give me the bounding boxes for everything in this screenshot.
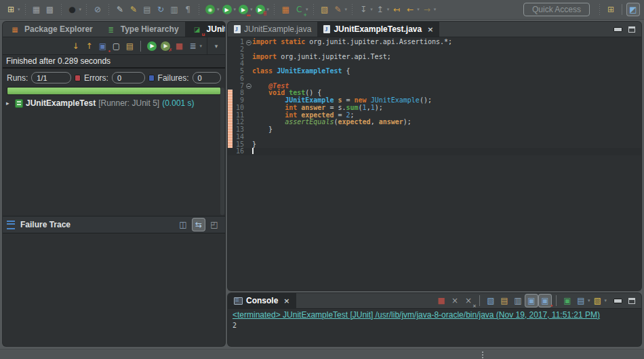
test-run-history-icon-dropdown[interactable]: ▾ xyxy=(199,43,202,49)
tab-package-explorer[interactable]: ▦ Package Explorer xyxy=(3,22,99,37)
toolbar-separator xyxy=(556,295,557,306)
console-output-area[interactable]: <terminated> JUnitExampleTest [JUnit] /u… xyxy=(228,309,641,346)
last-edit-location-icon[interactable]: ↤ xyxy=(390,3,403,16)
quick-access-button[interactable]: Quick Access xyxy=(523,3,590,16)
word-wrap-icon[interactable]: ▤ xyxy=(141,3,153,16)
failure-trace-body[interactable] xyxy=(3,233,225,346)
show-trace-in-console-icon[interactable]: ⇆ xyxy=(193,219,205,231)
annotate-icon[interactable]: ✎ xyxy=(332,3,344,16)
new-console-view-icon[interactable]: ▧ xyxy=(591,295,603,307)
forward-icon[interactable]: → xyxy=(421,3,433,16)
launch-wand-icon[interactable]: ✎ xyxy=(114,3,126,16)
scrollbar[interactable] xyxy=(220,88,224,215)
drag-handle-icon[interactable] xyxy=(482,352,483,358)
previous-annotation-icon[interactable]: ↥ xyxy=(374,3,386,16)
code-line-12[interactable]: 12 assertEquals(expected, answer); xyxy=(228,119,641,126)
remove-launch-icon[interactable]: × xyxy=(449,295,461,307)
save-icon[interactable]: ▦ xyxy=(31,3,43,16)
clear-console-icon[interactable]: ▧ xyxy=(485,295,497,307)
show-failures-only-icon[interactable]: ▣• xyxy=(96,40,108,52)
compare-result-icon[interactable]: ◰ xyxy=(208,219,220,231)
show-on-stdout-icon[interactable]: ▣ xyxy=(525,295,538,307)
open-resource-icon[interactable]: ▧ xyxy=(319,3,331,16)
fold-marker-icon[interactable] xyxy=(244,39,252,46)
code-line-3[interactable]: 3import org.junit.jupiter.api.Test; xyxy=(228,54,641,61)
coverage-icon[interactable]: ▶▂ xyxy=(239,5,248,14)
previous-annotation-icon-dropdown[interactable]: ▾ xyxy=(387,7,390,12)
skip-breakpoints-icon[interactable]: ⊘ xyxy=(92,3,104,16)
next-annotation-icon[interactable]: ↧ xyxy=(357,3,369,16)
open-perspective-icon[interactable]: ⊞ xyxy=(605,3,617,16)
scroll-lock-icon[interactable]: ▤ xyxy=(123,40,136,52)
junit-view-panel: ▦ Package Explorer ≣ Type Hierarchy ◪u J… xyxy=(3,22,225,346)
build-all-icon[interactable]: ✎ xyxy=(127,3,140,16)
scroll-lock-icon[interactable]: ▤ xyxy=(498,295,510,307)
debug-icon[interactable]: ◉ xyxy=(205,5,215,14)
rerun-test-icon[interactable]: ▶ xyxy=(147,41,157,51)
line-number: 16 xyxy=(233,148,244,155)
previous-failed-test-icon[interactable]: ↑ xyxy=(83,40,95,52)
tab-junitexample-java[interactable]: JUnitExample.java xyxy=(228,22,317,37)
show-whitespace-icon[interactable]: ¶ xyxy=(182,3,194,16)
close-icon[interactable]: × xyxy=(427,25,433,34)
profile-icon[interactable]: ▶≣ xyxy=(256,5,265,14)
save-all-icon[interactable]: ▩ xyxy=(44,3,56,16)
debug-icon-dropdown[interactable]: ▾ xyxy=(217,7,220,12)
fold-marker-icon[interactable] xyxy=(244,83,252,90)
code-line-13[interactable]: 13 } xyxy=(228,126,641,134)
stop-test-icon[interactable]: ■ xyxy=(173,40,185,52)
remove-all-terminated-icon-badge: × xyxy=(472,304,477,309)
display-selected-console-icon[interactable]: ▣ xyxy=(561,295,573,307)
new-wizard-icon[interactable]: ⊞ xyxy=(5,3,17,16)
open-console-icon[interactable]: ▤ xyxy=(575,295,587,307)
user-task-icon[interactable]: ● xyxy=(66,3,79,16)
show-on-stderr-icon[interactable]: ▣• xyxy=(539,295,551,307)
next-annotation-icon-dropdown[interactable]: ▾ xyxy=(370,7,373,12)
show-skipped-tests-icon[interactable]: ▢ xyxy=(110,40,122,52)
code-line-6[interactable]: 6 xyxy=(228,75,641,83)
code-line-14[interactable]: 14 xyxy=(228,134,641,141)
tab-junit[interactable]: ◪u JUnit × xyxy=(185,22,225,37)
new-wizard-icon-dropdown[interactable]: ▾ xyxy=(18,7,20,12)
tab-junitexampletest-java[interactable]: JUnitExampleTest.java × xyxy=(317,22,439,37)
remove-all-terminated-icon[interactable]: ×× xyxy=(462,295,475,307)
profile-icon-dropdown[interactable]: ▾ xyxy=(267,7,270,12)
back-icon[interactable]: ← xyxy=(404,3,416,16)
coverage-icon-dropdown[interactable]: ▾ xyxy=(250,7,253,12)
word-wrap-icon[interactable]: ▥ xyxy=(512,295,524,307)
test-run-history-icon[interactable]: ≣ xyxy=(186,40,199,52)
expander-icon[interactable]: ▸ xyxy=(6,100,12,107)
view-menu-icon[interactable]: ▾ xyxy=(207,37,225,54)
new-class-icon[interactable]: C+ xyxy=(293,3,305,16)
code-line-5[interactable]: 5class JUnitExampleTest { xyxy=(228,68,641,75)
new-class-icon-dropdown[interactable]: ▾ xyxy=(306,7,308,12)
annotate-icon-dropdown[interactable]: ▾ xyxy=(345,7,348,12)
sync-editor-icon[interactable]: ↻ xyxy=(155,3,167,16)
code-editor[interactable]: 1import static org.junit.jupiter.api.Ass… xyxy=(228,37,641,290)
close-icon[interactable]: × xyxy=(283,297,289,305)
open-console-icon-dropdown[interactable]: ▾ xyxy=(588,298,590,303)
java-perspective-icon[interactable]: ◩ xyxy=(627,3,639,16)
tab-type-hierarchy[interactable]: ≣ Type Hierarchy xyxy=(99,22,185,37)
forward-icon-dropdown[interactable]: ▾ xyxy=(434,7,437,12)
open-type-icon[interactable]: ▦ xyxy=(279,3,291,16)
tree-row[interactable]: ▸ JUnitExampleTest [Runner: JUnit 5] (0.… xyxy=(3,97,225,109)
run-icon[interactable]: ▶ xyxy=(222,5,232,14)
maximize-icon[interactable] xyxy=(628,298,635,304)
user-task-icon-dropdown[interactable]: ▾ xyxy=(79,7,82,12)
code-line-16[interactable]: 16 xyxy=(228,148,641,155)
code-line-1[interactable]: 1import static org.junit.jupiter.api.Ass… xyxy=(228,39,641,46)
new-console-view-icon-dropdown[interactable]: ▾ xyxy=(604,298,607,303)
tab-console[interactable]: Console × xyxy=(228,293,296,308)
maximize-icon[interactable] xyxy=(628,26,635,33)
filter-stack-trace-icon[interactable]: ◫ xyxy=(177,219,189,231)
code-line-15[interactable]: 15} xyxy=(228,141,641,149)
next-failed-test-icon[interactable]: ↓ xyxy=(69,40,81,52)
terminate-icon[interactable]: ■ xyxy=(435,295,447,307)
run-icon-dropdown[interactable]: ▾ xyxy=(234,7,237,12)
minimize-icon[interactable] xyxy=(613,27,622,32)
rerun-failures-first-icon[interactable]: ▶✗ xyxy=(161,41,170,51)
minimize-icon[interactable] xyxy=(613,299,622,303)
block-selection-icon[interactable]: ▥ xyxy=(168,3,180,16)
back-icon-dropdown[interactable]: ▾ xyxy=(417,7,420,12)
